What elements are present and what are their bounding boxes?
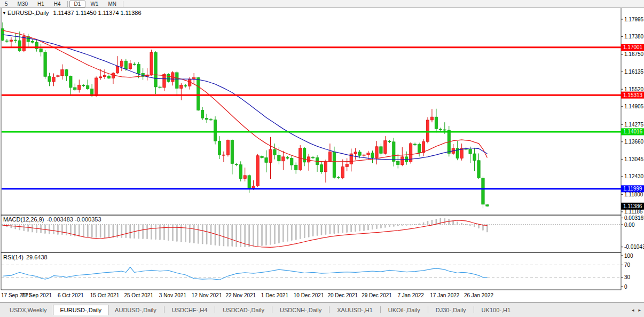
candle xyxy=(82,85,85,86)
macd-histogram-bar xyxy=(28,225,29,232)
macd-values: -0.003483 -0.000353 xyxy=(46,216,101,223)
tab-scroll-right-icon[interactable]: ▸ xyxy=(638,307,641,313)
tab-usdcnh-daily[interactable]: USDCNH-,Daily xyxy=(273,305,328,315)
price-axis-label: 1.16135 xyxy=(624,69,644,75)
timeframe-button-m30[interactable]: M30 xyxy=(13,1,33,7)
macd-histogram-bar xyxy=(427,221,428,225)
tab-xauusd-h1[interactable]: XAUUSD-,H1 xyxy=(331,305,379,315)
rsi-label: RSI(14)29.6438 xyxy=(3,254,48,260)
candle xyxy=(61,70,64,76)
macd-histogram-bar xyxy=(189,225,190,243)
rsi-value: 29.6438 xyxy=(26,254,48,260)
macd-histogram-bar xyxy=(393,225,394,226)
tab-dj30-daily[interactable]: DJ30-,Daily xyxy=(429,305,473,315)
candle xyxy=(333,152,335,177)
macd-histogram-bar xyxy=(423,223,424,225)
candle xyxy=(201,110,203,118)
candle xyxy=(167,74,170,82)
macd-histogram-bar xyxy=(253,225,254,247)
candle xyxy=(103,75,106,77)
candle xyxy=(256,156,259,186)
macd-histogram-bar xyxy=(11,225,12,228)
macd-histogram-bar xyxy=(240,225,241,247)
macd-histogram-bar xyxy=(444,218,445,225)
macd-histogram-bar xyxy=(266,225,267,245)
candle xyxy=(486,205,489,207)
macd-histogram-bar xyxy=(83,225,84,237)
candle xyxy=(401,157,404,165)
date-axis-label: 7 Jan 2022 xyxy=(397,292,424,298)
candle xyxy=(460,148,463,158)
candle xyxy=(205,118,208,120)
rsi-name: RSI(14) xyxy=(3,254,23,260)
candle xyxy=(413,144,416,145)
macd-histogram-bar xyxy=(325,225,326,234)
macd-histogram-bar xyxy=(384,225,386,227)
macd-histogram-bar xyxy=(49,225,50,234)
candle xyxy=(418,145,420,153)
candle xyxy=(239,165,242,179)
candle xyxy=(324,162,327,172)
macd-histogram-bar xyxy=(474,225,475,227)
toolbar-separator xyxy=(123,1,123,7)
rsi-axis-label: 0 xyxy=(624,284,627,290)
macd-histogram-bar xyxy=(151,225,152,239)
candle xyxy=(22,37,25,51)
macd-histogram-bar xyxy=(66,225,67,235)
macd-histogram-bar xyxy=(15,225,16,229)
macd-histogram-bar xyxy=(308,225,309,237)
macd-histogram-bar xyxy=(482,225,483,230)
macd-histogram-bar xyxy=(478,225,480,228)
candle xyxy=(222,155,225,155)
macd-histogram-bar xyxy=(172,225,173,241)
tab-audusd-daily[interactable]: AUDUSD-,Daily xyxy=(108,305,163,315)
tab-usdx-weekly[interactable]: USDX,Weekly xyxy=(3,305,53,315)
timeframe-button-h4[interactable]: H4 xyxy=(49,1,66,7)
macd-histogram-bar xyxy=(180,225,182,242)
candle xyxy=(159,87,161,88)
macd-histogram-bar xyxy=(364,225,365,231)
rsi-axis-label: 100 xyxy=(624,253,633,259)
macd-histogram-bar xyxy=(108,225,109,237)
candle xyxy=(87,85,89,89)
tab-ukoil-daily[interactable]: UKOil-,Daily xyxy=(382,305,427,315)
timeframe-button-5[interactable]: 5 xyxy=(0,1,13,7)
tab-usdcad-daily[interactable]: USDCAD-,Daily xyxy=(216,305,271,315)
timeframe-button-w1[interactable]: W1 xyxy=(85,1,103,7)
macd-histogram-bar xyxy=(440,218,441,225)
macd-name: MACD(12,26,9) xyxy=(3,216,44,223)
candle xyxy=(443,130,446,130)
candle xyxy=(133,64,136,65)
candle xyxy=(375,147,378,158)
tab-eurusd-daily[interactable]: EURUSD-,Daily xyxy=(53,305,108,315)
candle xyxy=(248,176,250,189)
macd-histogram-bar xyxy=(317,225,318,235)
macd-histogram-bar xyxy=(57,225,58,234)
macd-histogram-bar xyxy=(295,225,296,240)
timeframe-button-h1[interactable]: H1 xyxy=(33,1,49,7)
macd-histogram-bar xyxy=(355,225,356,232)
date-axis-label: 17 Jan 2022 xyxy=(430,292,459,298)
macd-histogram-bar xyxy=(419,224,420,225)
date-axis-label: 26 Jan 2022 xyxy=(464,292,493,298)
price-axis-label: 1.14905 xyxy=(624,104,644,109)
candle xyxy=(367,153,370,155)
macd-histogram-bar xyxy=(113,225,114,237)
timeframe-button-d1[interactable]: D1 xyxy=(69,1,86,7)
candle xyxy=(307,157,310,162)
chart-canvas[interactable]: 1.179951.173801.167501.161351.155201.149… xyxy=(0,0,644,317)
candle xyxy=(397,161,399,164)
tab-scroll-left-icon[interactable]: ◂ xyxy=(632,307,634,313)
price-axis-label: 1.14275 xyxy=(624,122,644,128)
candle xyxy=(99,77,101,78)
macd-histogram-bar xyxy=(359,225,360,231)
macd-histogram-bar xyxy=(470,225,471,226)
tab-usdchf-h4[interactable]: USDCHF-,H4 xyxy=(166,305,214,315)
candle xyxy=(52,77,55,81)
tab-uk100-h1[interactable]: UK100-,H1 xyxy=(475,305,517,315)
macd-histogram-bar xyxy=(461,223,462,225)
candle xyxy=(137,65,140,74)
timeframe-button-mn[interactable]: MN xyxy=(103,1,121,7)
rsi-axis-label: 70 xyxy=(624,262,631,268)
macd-histogram-bar xyxy=(334,225,335,234)
